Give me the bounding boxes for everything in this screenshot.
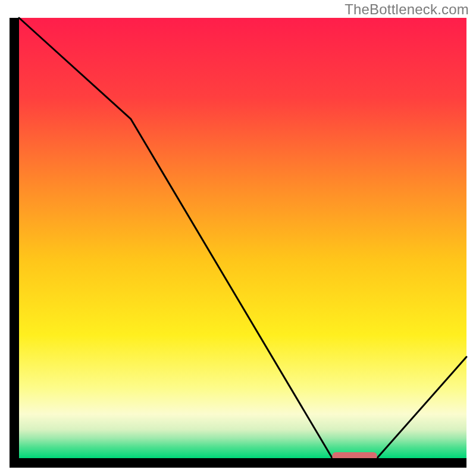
bottleneck-chart: TheBottleneck.com [0, 0, 476, 476]
plot-background [19, 18, 466, 458]
chart-svg [0, 0, 476, 476]
